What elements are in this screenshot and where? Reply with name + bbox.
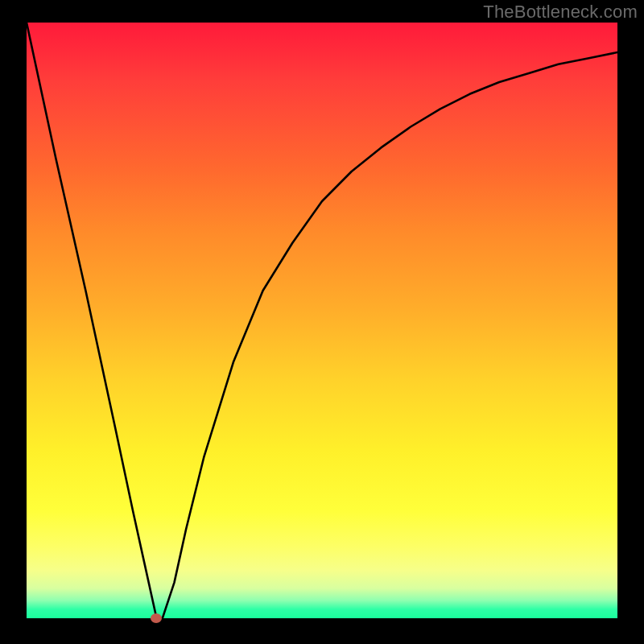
- watermark-text: TheBottleneck.com: [483, 2, 638, 23]
- bottleneck-marker: [151, 613, 162, 623]
- curve-layer: [27, 23, 617, 618]
- bottleneck-curve: [27, 23, 617, 618]
- chart-container: TheBottleneck.com: [0, 0, 644, 644]
- plot-area: [27, 23, 617, 618]
